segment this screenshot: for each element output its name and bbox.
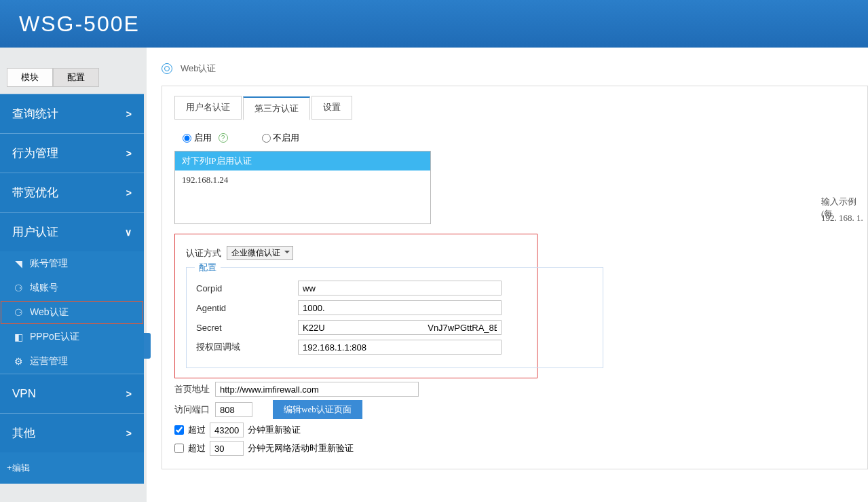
radio-enable-label: 启用: [194, 132, 212, 143]
nav-sub-account-label: 账号管理: [30, 257, 68, 270]
exceed1-label: 超过: [188, 424, 206, 436]
nav-edit[interactable]: +编辑: [0, 452, 144, 484]
subtab-username-auth[interactable]: 用户名认证: [174, 96, 242, 120]
idle-reverify-checkbox[interactable]: [174, 444, 184, 453]
chevron-right-icon: >: [126, 187, 132, 198]
chevron-right-icon: >: [126, 428, 132, 439]
user-gear-icon: ⚙: [12, 357, 24, 366]
secret-input[interactable]: [298, 320, 502, 335]
nav-query-stats[interactable]: 查询统计>: [0, 94, 144, 133]
nav-sub-domain-label: 域账号: [30, 282, 58, 294]
nav-sub-ops-label: 运营管理: [30, 355, 68, 367]
product-title: WSG-500E: [19, 12, 140, 37]
id-card-icon: ◥: [12, 259, 24, 268]
exceed-reverify-checkbox[interactable]: [174, 425, 184, 435]
help-icon[interactable]: ?: [219, 133, 228, 143]
globe-icon: ⚆: [12, 308, 24, 317]
exceed2-label: 超过: [188, 442, 206, 454]
nav-sub-webauth[interactable]: ⚆Web认证: [0, 300, 144, 325]
chevron-right-icon: >: [126, 109, 132, 120]
config-legend: 配置: [195, 262, 221, 274]
header: WSG-500E: [0, 0, 868, 48]
breadcrumb: Web认证: [147, 48, 868, 86]
ip-hint-line2: 192. 168. 1.: [821, 213, 863, 223]
card-icon: ◧: [12, 332, 24, 342]
agentid-label: Agentid: [196, 303, 298, 313]
breadcrumb-text: Web认证: [181, 62, 216, 75]
radio-disable[interactable]: 不启用: [262, 132, 300, 144]
homepage-label: 首页地址: [174, 383, 215, 395]
exceed2-input[interactable]: [210, 441, 244, 456]
nav-bandwidth[interactable]: 带宽优化>: [0, 173, 144, 212]
secret-label: Secret: [196, 323, 298, 333]
ip-enable-title: 对下列IP启用认证: [175, 151, 430, 171]
radio-disable-label: 不启用: [273, 132, 299, 143]
nav-behavior-label: 行为管理: [12, 145, 58, 161]
corpid-label: Corpid: [196, 283, 298, 293]
chevron-down-icon: ∨: [125, 227, 132, 238]
port-label: 访问端口: [174, 404, 215, 416]
config-fieldset: 配置 Corpid Agentid Secret 授权回调域: [186, 267, 603, 368]
agentid-input[interactable]: [298, 300, 502, 315]
extra-settings: 首页地址 访问端口编辑web认证页面 超过 分钟重新验证 超过 分钟无网络活动时…: [174, 382, 855, 456]
chevron-right-icon: >: [126, 148, 132, 159]
main-panel: 用户名认证 第三方认证 设置 启用 ? 不启用 对下列IP启用认证 192.16…: [162, 86, 868, 469]
radio-enable[interactable]: 启用: [183, 132, 212, 144]
nav-vpn[interactable]: VPN>: [0, 374, 144, 413]
exceed2-suffix: 分钟无网络活动时重新验证: [248, 442, 354, 454]
nav-sub-ops[interactable]: ⚙运营管理: [0, 349, 144, 374]
subtab-thirdparty-auth[interactable]: 第三方认证: [243, 96, 310, 120]
port-input[interactable]: [215, 402, 252, 417]
nav-behavior[interactable]: 行为管理>: [0, 133, 144, 173]
sidebar-collapse-handle[interactable]: [144, 333, 151, 359]
nav-bandwidth-label: 带宽优化: [12, 185, 58, 200]
tab-modules[interactable]: 模块: [7, 68, 53, 87]
exceed1-suffix: 分钟重新验证: [248, 424, 301, 436]
chevron-right-icon: >: [126, 389, 132, 399]
nav-sub-pppoe-label: PPPoE认证: [30, 331, 79, 343]
nav-vpn-label: VPN: [12, 387, 36, 401]
subtab-settings[interactable]: 设置: [312, 96, 352, 120]
nav-query-label: 查询统计: [12, 106, 58, 122]
nav-other-label: 其他: [12, 425, 35, 441]
nav-sub-account[interactable]: ◥账号管理: [0, 251, 144, 276]
callback-input[interactable]: [298, 340, 502, 355]
sidebar: 模块 配置 查询统计> 行为管理> 带宽优化> 用户认证∨ ◥账号管理 ⚆域账号…: [0, 48, 144, 502]
auth-method-select[interactable]: 企业微信认证: [227, 246, 293, 260]
homepage-input[interactable]: [215, 382, 419, 397]
globe-icon: [162, 63, 172, 74]
globe-icon: ⚆: [12, 283, 24, 293]
nav-sub-pppoe[interactable]: ◧PPPoE认证: [0, 325, 144, 349]
corpid-input[interactable]: [298, 281, 502, 295]
ip-enable-box: 对下列IP启用认证 192.168.1.24: [174, 151, 431, 224]
auth-config-highlight: 认证方式 企业微信认证 配置 Corpid Agentid Secret 授权回…: [174, 234, 537, 378]
exceed1-input[interactable]: [210, 423, 244, 437]
nav-userauth[interactable]: 用户认证∨: [0, 212, 144, 251]
sidebar-mode-tabs: 模块 配置: [7, 68, 144, 87]
nav-other[interactable]: 其他>: [0, 413, 144, 452]
callback-label: 授权回调域: [196, 341, 298, 353]
auth-method-label: 认证方式: [186, 247, 227, 259]
nav-userauth-label: 用户认证: [12, 224, 58, 240]
ip-enable-textarea[interactable]: 192.168.1.24: [175, 171, 430, 223]
subtab-row: 用户名认证 第三方认证 设置: [174, 96, 855, 120]
enable-row: 启用 ? 不启用: [174, 128, 855, 151]
edit-webauth-page-button[interactable]: 编辑web认证页面: [273, 400, 362, 419]
content: Web认证 用户名认证 第三方认证 设置 启用 ? 不启用 对下列IP启用认证 …: [147, 48, 868, 502]
nav-sub-webauth-label: Web认证: [30, 306, 69, 319]
nav-sub-domain[interactable]: ⚆域账号: [0, 276, 144, 300]
tab-config[interactable]: 配置: [53, 68, 99, 87]
